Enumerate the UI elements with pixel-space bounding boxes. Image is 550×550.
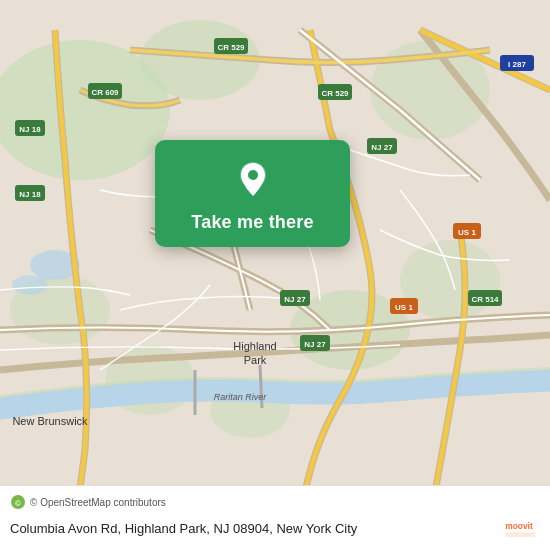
svg-point-40 [248,170,258,180]
svg-text:NJ 18: NJ 18 [19,190,41,199]
attribution-text: © OpenStreetMap contributors [30,497,166,508]
svg-point-10 [12,275,48,295]
svg-text:CR 609: CR 609 [91,88,119,97]
svg-text:I 287: I 287 [508,60,526,69]
map-pin-icon [231,158,275,202]
svg-text:Raritan River: Raritan River [214,392,268,402]
moovit-logo-icon: moovit [504,514,540,542]
action-card[interactable]: Take me there [155,140,350,247]
map-svg: CR 529 CR 529 CR 609 NJ 18 NJ 18 NJ 27 N… [0,0,550,550]
svg-text:NJ 27: NJ 27 [304,340,326,349]
address-row: Columbia Avon Rd, Highland Park, NJ 0890… [10,514,540,542]
svg-text:New Brunswick: New Brunswick [12,415,88,427]
svg-text:NJ 27: NJ 27 [371,143,393,152]
take-me-there-button[interactable]: Take me there [191,212,313,233]
svg-text:Highland: Highland [233,340,276,352]
app: CR 529 CR 529 CR 609 NJ 18 NJ 18 NJ 27 N… [0,0,550,550]
svg-text:NJ 18: NJ 18 [19,125,41,134]
bottom-bar: © © OpenStreetMap contributors Columbia … [0,485,550,550]
svg-rect-44 [505,532,535,537]
svg-text:CR 529: CR 529 [321,89,349,98]
svg-text:CR 514: CR 514 [471,295,499,304]
attribution-row: © © OpenStreetMap contributors [10,494,540,510]
svg-text:US 1: US 1 [458,228,476,237]
openstreetmap-logo: © [10,494,26,510]
svg-text:Park: Park [244,354,267,366]
svg-text:CR 529: CR 529 [217,43,245,52]
svg-text:©: © [15,499,21,508]
svg-text:US 1: US 1 [395,303,413,312]
svg-text:moovit: moovit [505,521,533,531]
map-container: CR 529 CR 529 CR 609 NJ 18 NJ 18 NJ 27 N… [0,0,550,550]
address-text: Columbia Avon Rd, Highland Park, NJ 0890… [10,521,504,536]
svg-text:NJ 27: NJ 27 [284,295,306,304]
